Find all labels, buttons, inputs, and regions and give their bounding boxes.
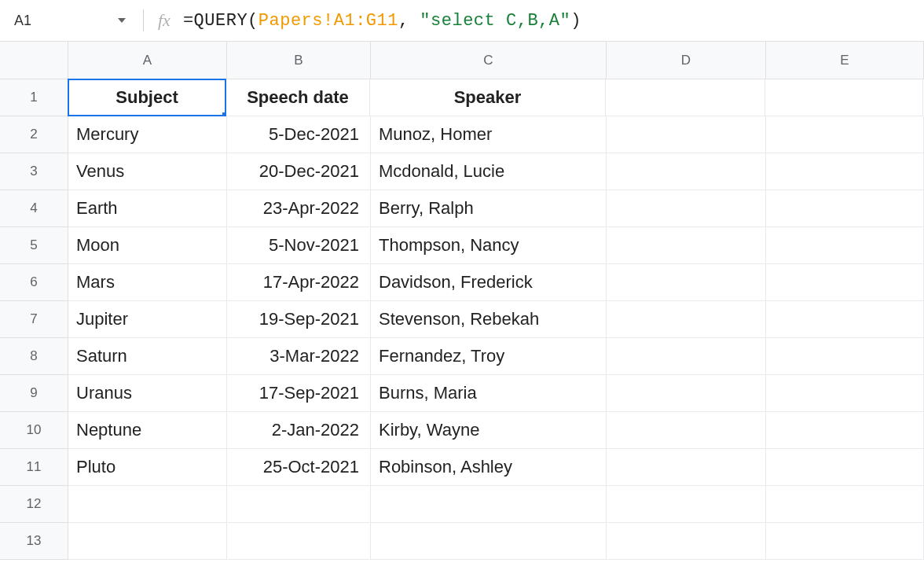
row-header[interactable]: 12 bbox=[0, 486, 68, 523]
cell[interactable] bbox=[68, 523, 227, 560]
table-row: Subject Speech date Speaker bbox=[68, 79, 924, 116]
cell[interactable] bbox=[766, 264, 924, 301]
cell[interactable]: 17-Apr-2022 bbox=[227, 264, 371, 301]
row-header[interactable]: 13 bbox=[0, 523, 68, 560]
cell[interactable] bbox=[607, 523, 766, 560]
cell[interactable]: Berry, Ralph bbox=[371, 190, 607, 227]
cell[interactable]: Mercury bbox=[68, 116, 227, 153]
selection-handle[interactable] bbox=[222, 112, 226, 116]
cell[interactable] bbox=[766, 116, 924, 153]
cell[interactable] bbox=[766, 523, 924, 560]
cell[interactable]: 5-Nov-2021 bbox=[227, 227, 371, 264]
row-header[interactable]: 10 bbox=[0, 412, 68, 449]
name-box[interactable]: A1 bbox=[6, 6, 134, 35]
cell[interactable] bbox=[607, 190, 766, 227]
cell[interactable]: 17-Sep-2021 bbox=[227, 375, 371, 412]
cell[interactable] bbox=[766, 412, 924, 449]
cell[interactable]: Kirby, Wayne bbox=[371, 412, 607, 449]
select-all-corner[interactable] bbox=[0, 42, 68, 79]
cell[interactable]: 20-Dec-2021 bbox=[227, 153, 371, 190]
cell[interactable]: Burns, Maria bbox=[371, 375, 607, 412]
cell[interactable] bbox=[607, 301, 766, 338]
cell[interactable]: Venus bbox=[68, 153, 227, 190]
cell[interactable] bbox=[765, 79, 923, 116]
cell[interactable]: Stevenson, Rebekah bbox=[371, 301, 607, 338]
cell[interactable] bbox=[607, 338, 766, 375]
cell[interactable]: 5-Dec-2021 bbox=[227, 116, 371, 153]
formula-paren-open: ( bbox=[248, 11, 258, 31]
cell[interactable] bbox=[766, 190, 924, 227]
column-header-d[interactable]: D bbox=[607, 42, 766, 79]
cell-a1-selected[interactable]: Subject bbox=[68, 79, 226, 116]
cell[interactable] bbox=[607, 449, 766, 486]
cell[interactable] bbox=[607, 153, 766, 190]
cell[interactable] bbox=[607, 116, 766, 153]
cell[interactable]: Saturn bbox=[68, 338, 227, 375]
cell[interactable]: Mcdonald, Lucie bbox=[371, 153, 607, 190]
row-header[interactable]: 2 bbox=[0, 116, 68, 153]
row-header[interactable]: 6 bbox=[0, 264, 68, 301]
cell[interactable] bbox=[766, 301, 924, 338]
cell[interactable] bbox=[766, 153, 924, 190]
cell[interactable] bbox=[607, 264, 766, 301]
column-header-b[interactable]: B bbox=[227, 42, 371, 79]
formula-func: =QUERY bbox=[183, 11, 248, 31]
cell[interactable] bbox=[607, 412, 766, 449]
cell[interactable]: Robinson, Ashley bbox=[371, 449, 607, 486]
cell[interactable]: Fernandez, Troy bbox=[371, 338, 607, 375]
cell[interactable]: 23-Apr-2022 bbox=[227, 190, 371, 227]
cell[interactable]: Speech date bbox=[226, 79, 370, 116]
cell[interactable]: Moon bbox=[68, 227, 227, 264]
table-row: Moon 5-Nov-2021 Thompson, Nancy bbox=[68, 227, 924, 264]
cell[interactable]: Uranus bbox=[68, 375, 227, 412]
row-header[interactable]: 3 bbox=[0, 153, 68, 190]
table-row bbox=[68, 486, 924, 523]
cell[interactable]: Mars bbox=[68, 264, 227, 301]
cell[interactable]: Neptune bbox=[68, 412, 227, 449]
cell[interactable]: Thompson, Nancy bbox=[371, 227, 607, 264]
chevron-down-icon[interactable] bbox=[118, 18, 126, 23]
cell[interactable]: Earth bbox=[68, 190, 227, 227]
cell[interactable]: Jupiter bbox=[68, 301, 227, 338]
cell[interactable] bbox=[68, 486, 227, 523]
cell[interactable] bbox=[607, 227, 766, 264]
cell[interactable] bbox=[607, 486, 766, 523]
cell[interactable]: Pluto bbox=[68, 449, 227, 486]
grid-body: A B C D E Subject Speech date Speaker Me… bbox=[68, 42, 924, 560]
cell[interactable] bbox=[766, 227, 924, 264]
formula-input[interactable]: =QUERY(Papers!A1:G11, "select C,B,A") bbox=[183, 11, 918, 31]
formula-string: "select C,B,A" bbox=[420, 11, 570, 31]
cell[interactable]: 2-Jan-2022 bbox=[227, 412, 371, 449]
cell[interactable] bbox=[227, 523, 371, 560]
cell[interactable]: 3-Mar-2022 bbox=[227, 338, 371, 375]
row-header[interactable]: 5 bbox=[0, 227, 68, 264]
cell[interactable] bbox=[766, 338, 924, 375]
cell[interactable] bbox=[766, 486, 924, 523]
row-headers: 1 2 3 4 5 6 7 8 9 10 11 12 13 bbox=[0, 42, 68, 560]
cell[interactable]: 19-Sep-2021 bbox=[227, 301, 371, 338]
cell[interactable] bbox=[606, 79, 765, 116]
formula-range: Papers!A1:G11 bbox=[258, 11, 398, 31]
column-headers: A B C D E bbox=[68, 42, 924, 79]
cell[interactable]: Davidson, Frederick bbox=[371, 264, 607, 301]
divider bbox=[143, 9, 144, 31]
row-header[interactable]: 4 bbox=[0, 190, 68, 227]
cell[interactable]: 25-Oct-2021 bbox=[227, 449, 371, 486]
cell[interactable]: Speaker bbox=[370, 79, 606, 116]
cell[interactable] bbox=[227, 486, 371, 523]
cell[interactable] bbox=[766, 449, 924, 486]
cell[interactable] bbox=[371, 523, 607, 560]
fx-icon: fx bbox=[158, 10, 170, 31]
cell[interactable] bbox=[766, 375, 924, 412]
column-header-a[interactable]: A bbox=[68, 42, 227, 79]
cell[interactable] bbox=[371, 486, 607, 523]
row-header[interactable]: 8 bbox=[0, 338, 68, 375]
row-header[interactable]: 1 bbox=[0, 79, 68, 116]
row-header[interactable]: 9 bbox=[0, 375, 68, 412]
row-header[interactable]: 7 bbox=[0, 301, 68, 338]
column-header-e[interactable]: E bbox=[766, 42, 924, 79]
cell[interactable] bbox=[607, 375, 766, 412]
row-header[interactable]: 11 bbox=[0, 449, 68, 486]
column-header-c[interactable]: C bbox=[371, 42, 607, 79]
cell[interactable]: Munoz, Homer bbox=[371, 116, 607, 153]
